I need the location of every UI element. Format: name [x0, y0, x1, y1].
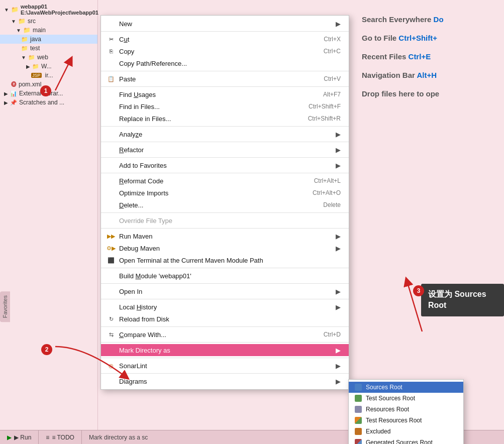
find-usages-icon — [107, 90, 115, 98]
separator-12 — [101, 299, 349, 299]
local-history-icon — [107, 303, 115, 311]
menu-item-find-in-files[interactable]: Find in Files... Ctrl+Shift+F — [101, 100, 349, 113]
menu-item-debug-maven[interactable]: ⚙▶ Debug Maven ▶ — [101, 242, 349, 254]
cut-icon: ✂ — [107, 35, 115, 43]
refactor-icon — [107, 146, 115, 154]
hint-nav-bar: Navigation Bar Alt+H — [362, 71, 494, 79]
separator-10 — [101, 268, 349, 268]
separator-6 — [101, 157, 349, 158]
delete-icon — [107, 201, 115, 209]
project-tree: ▼ 📁 webapp01 E:\JavaWebProject\webapp01 … — [0, 0, 98, 444]
tree-item-src[interactable]: ▼ 📁 src — [0, 17, 97, 26]
todo-button[interactable]: ≡ ≡ TODO — [39, 430, 82, 445]
paste-icon: 📋 — [107, 75, 115, 83]
terminal-icon: ⬛ — [107, 256, 115, 264]
submenu-item-excluded[interactable]: Excluded — [349, 426, 463, 437]
menu-item-analyze[interactable]: Analyze ▶ — [101, 128, 349, 140]
test-sources-root-icon — [355, 395, 362, 402]
menu-item-open-in[interactable]: Open In ▶ — [101, 285, 349, 297]
menu-item-optimize[interactable]: Optimize Imports Ctrl+Alt+O — [101, 187, 349, 199]
separator-7 — [101, 173, 349, 173]
hint-goto-file: Go to File Ctrl+Shift+ — [362, 34, 494, 42]
separator-9 — [101, 228, 349, 229]
build-icon — [107, 272, 115, 280]
sources-root-icon — [355, 384, 362, 391]
menu-item-copy[interactable]: ⎘ Copy Ctrl+C — [101, 45, 349, 57]
hint-recent-files: Recent Files Ctrl+E — [362, 52, 494, 61]
badge-2: 2 — [41, 344, 52, 355]
menu-item-add-favorites[interactable]: Add to Favorites ▶ — [101, 159, 349, 171]
run-icon: ▶ — [7, 434, 12, 441]
menu-item-new[interactable]: New ▶ — [101, 18, 349, 30]
tooltip-sources-root: 设置为 Sources Root — [421, 284, 504, 316]
hint-search-everywhere: Search Everywhere Do — [362, 15, 494, 24]
tree-item-main[interactable]: ▼ 📁 main — [0, 26, 97, 35]
submenu-item-generated-sources-root[interactable]: Generated Sources Root — [349, 437, 463, 444]
tree-item-web[interactable]: ▼ 📁 web — [0, 53, 97, 62]
compare-icon: ⇆ — [107, 330, 115, 339]
test-resources-root-icon — [355, 417, 362, 424]
menu-item-delete[interactable]: Delete... Delete — [101, 199, 349, 211]
favorites-tab[interactable]: Favorites — [0, 291, 10, 322]
mark-dir-icon — [107, 346, 115, 354]
badge-1: 1 — [40, 85, 51, 96]
separator-14 — [101, 342, 349, 343]
separator-1 — [101, 31, 349, 32]
tree-item-ir[interactable]: JSP ir... — [0, 71, 97, 80]
separator-15 — [101, 358, 349, 358]
replace-icon — [107, 115, 115, 123]
excluded-icon — [355, 428, 362, 435]
separator-5 — [101, 142, 349, 142]
submenu-item-test-sources-root[interactable]: Test Sources Root — [349, 393, 463, 404]
submenu-item-resources-root[interactable]: Resources Root — [349, 404, 463, 415]
context-menu: New ▶ ✂ Cut Ctrl+X ⎘ Copy Ctrl+C Copy Pa… — [100, 15, 349, 390]
generated-sources-root-icon — [355, 439, 362, 444]
separator-13 — [101, 326, 349, 327]
resources-root-icon — [355, 406, 362, 413]
copy-icon: ⎘ — [107, 47, 115, 55]
open-in-icon — [107, 287, 115, 295]
reformat-icon — [107, 177, 115, 185]
menu-item-cut[interactable]: ✂ Cut Ctrl+X — [101, 33, 349, 45]
hint-drop-files: Drop files here to ope — [362, 89, 494, 98]
diagrams-icon — [107, 377, 115, 385]
badge-3: 3 — [413, 285, 424, 296]
menu-item-replace-in-files[interactable]: Replace in Files... Ctrl+Shift+R — [101, 113, 349, 125]
separator-11 — [101, 283, 349, 284]
run-button[interactable]: ▶ ▶ Run — [0, 430, 39, 445]
menu-item-diagrams[interactable]: Diagrams ▶ — [101, 375, 349, 387]
separator-16 — [101, 373, 349, 374]
separator-8 — [101, 212, 349, 213]
tree-item-java[interactable]: 📁 java — [0, 35, 97, 44]
separator-3 — [101, 86, 349, 87]
analyze-icon — [107, 130, 115, 138]
sonarlint-icon: ◎ — [107, 362, 115, 370]
menu-item-sonarlint[interactable]: ◎ SonarLint ▶ — [101, 360, 349, 372]
todo-icon: ≡ — [46, 434, 49, 441]
tree-item-w[interactable]: ▶ 📁 W... — [0, 62, 97, 71]
tree-item-webapp01[interactable]: ▼ 📁 webapp01 E:\JavaWebProject\webapp01 — [0, 3, 97, 17]
menu-item-reformat[interactable]: Reformat Code Ctrl+Alt+L — [101, 175, 349, 187]
menu-item-compare-with[interactable]: ⇆ Compare With... Ctrl+D — [101, 328, 349, 341]
menu-item-local-history[interactable]: Local History ▶ — [101, 301, 349, 313]
menu-item-refactor[interactable]: Refactor ▶ — [101, 144, 349, 156]
menu-item-build-module[interactable]: Build Module 'webapp01' — [101, 270, 349, 282]
submenu-item-test-resources-root[interactable]: Test Resources Root — [349, 415, 463, 426]
menu-item-mark-dir[interactable]: Mark Directory as ▶ — [101, 344, 349, 356]
copy-path-icon — [107, 59, 115, 67]
submenu-item-sources-root[interactable]: Sources Root — [349, 382, 463, 393]
tree-item-scratches[interactable]: ▶ 📌 Scratches and ... — [0, 98, 97, 107]
new-icon — [107, 20, 115, 28]
reload-icon: ↻ — [107, 315, 115, 323]
menu-item-open-terminal[interactable]: ⬛ Open Terminal at the Current Maven Mod… — [101, 254, 349, 266]
menu-item-paste[interactable]: 📋 Paste Ctrl+V — [101, 73, 349, 85]
menu-item-run-maven[interactable]: ▶▶ Run Maven ▶ — [101, 230, 349, 242]
submenu-mark-dir: Sources Root Test Sources Root Resources… — [348, 379, 464, 444]
separator-2 — [101, 71, 349, 71]
menu-item-find-usages[interactable]: Find Usages Alt+F7 — [101, 88, 349, 100]
tree-item-test[interactable]: 📁 test — [0, 44, 97, 53]
menu-item-copy-path[interactable]: Copy Path/Reference... — [101, 57, 349, 69]
menu-item-override-file-type: Override File Type — [101, 214, 349, 227]
menu-item-reload[interactable]: ↻ Reload from Disk — [101, 313, 349, 325]
run-maven-icon: ▶▶ — [107, 232, 115, 240]
